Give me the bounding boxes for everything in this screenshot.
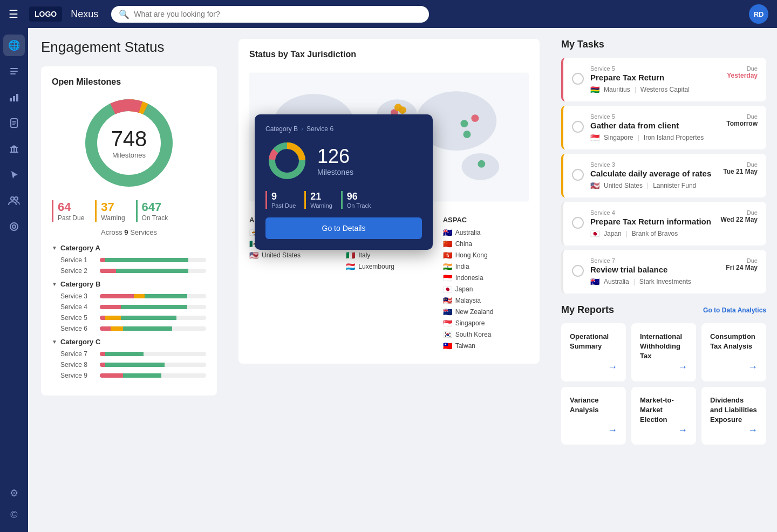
service-row[interactable]: Service 1 — [52, 256, 206, 264]
app-name: Nexus — [71, 9, 98, 20]
popup-breadcrumb: Category B › Service 6 — [265, 125, 422, 133]
task-body-4: Service 4 Prepare Tax Return information… — [590, 209, 714, 238]
report-card-consumption[interactable]: Consumption Tax Analysis → — [701, 323, 766, 381]
popup-stat-warning: 21 Warning — [304, 191, 332, 209]
category-a: ▼ Catergory A Service 1 Service 2 — [52, 244, 206, 275]
task-checkbox-1[interactable] — [572, 73, 584, 85]
left-panel: Engagement Status Open Milestones — [28, 28, 228, 532]
country-item[interactable]: 🇸🇬 Singapore — [443, 319, 529, 328]
task-card-1: Service 5 Prepare Tax Return 🇲🇺 Mauritiu… — [561, 58, 766, 101]
task-fund: Westeros Capital — [640, 86, 690, 93]
svg-point-33 — [460, 120, 468, 127]
report-card-market[interactable]: Market-to-Market Election → — [631, 387, 696, 445]
sidebar-item-bank[interactable] — [3, 138, 25, 160]
country-item[interactable]: 🇰🇷 South Korea — [443, 330, 529, 339]
report-card-variance[interactable]: Variance Analysis → — [561, 387, 626, 445]
sidebar-item-tasks[interactable] — [3, 60, 25, 82]
sidebar-item-target[interactable] — [3, 216, 25, 237]
sidebar-item-copyright[interactable]: © — [3, 504, 25, 526]
go-to-analytics-link[interactable]: Go to Data Analytics — [703, 306, 766, 314]
sidebar-item-people[interactable] — [3, 190, 25, 212]
country-item[interactable]: 🇯🇵 Japan — [443, 285, 529, 294]
report-name: Consumption Tax Analysis — [710, 332, 758, 351]
popup-category: Category B — [265, 125, 298, 133]
service-row[interactable]: Service 9 — [52, 372, 206, 379]
service-row[interactable]: Service 4 — [52, 303, 206, 311]
sidebar-item-chart[interactable] — [3, 86, 25, 108]
country-item[interactable]: 🇺🇸 United States — [249, 251, 335, 260]
sidebar-item-globe[interactable]: 🌐 — [3, 35, 25, 56]
service-label: Service 2 — [60, 267, 96, 275]
country-item[interactable]: 🇨🇳 China — [443, 240, 529, 248]
task-checkbox-4[interactable] — [572, 217, 584, 229]
svg-point-36 — [478, 160, 485, 168]
bar-track — [100, 258, 206, 262]
sidebar-bottom: ⚙ © — [3, 482, 25, 526]
search-input[interactable] — [134, 10, 421, 18]
country-item[interactable]: 🇮🇩 Indonesia — [443, 274, 529, 282]
category-a-header[interactable]: ▼ Catergory A — [52, 244, 206, 252]
task-checkbox-3[interactable] — [572, 169, 584, 181]
report-name: Market-to-Market Election — [640, 395, 687, 425]
report-card-operational[interactable]: Operational Summary → — [561, 323, 626, 381]
service-row[interactable]: Service 6 — [52, 325, 206, 332]
task-country: Singapore — [604, 134, 633, 141]
country-item[interactable]: 🇮🇳 India — [443, 262, 529, 271]
task-title: Prepare Tax Return — [590, 73, 720, 82]
service-row[interactable]: Service 5 — [52, 314, 206, 322]
content-area: Engagement Status Open Milestones — [28, 28, 777, 532]
sidebar-item-settings[interactable]: ⚙ — [3, 482, 25, 504]
country-item[interactable]: 🇱🇺 Luxembourg — [346, 262, 432, 271]
service-row[interactable]: Service 7 — [52, 350, 206, 358]
country-item[interactable]: 🇭🇰 Hong Kong — [443, 251, 529, 260]
logo-box: LOGO — [29, 6, 62, 22]
popup-donut-chart — [265, 139, 309, 182]
donut-area: 748 Milestones — [52, 94, 206, 192]
popup-warning-value: 21 — [310, 191, 332, 202]
report-name: Dividends and Liabilities Exposure — [710, 395, 758, 425]
donut-center: 748 Milestones — [111, 127, 147, 159]
sidebar-item-cursor[interactable] — [3, 164, 25, 186]
task-body-3: Service 3 Calculate daily average of rat… — [590, 161, 717, 190]
task-fund: Lannister Fund — [653, 182, 696, 189]
popup-ontrack-label: On Track — [347, 202, 371, 209]
hamburger-menu[interactable]: ☰ — [9, 8, 18, 21]
sidebar-item-docs[interactable] — [3, 112, 25, 134]
task-due-2: Due Tomorrow — [726, 113, 758, 127]
country-item[interactable]: 🇦🇺 Australia — [443, 228, 529, 237]
popup-content: 126 Milestones — [265, 139, 422, 182]
task-card-5: Service 7 Review trial balance 🇦🇺 Austra… — [561, 250, 766, 294]
service-row[interactable]: Service 2 — [52, 267, 206, 275]
task-due-value: Tue 21 May — [723, 168, 758, 175]
svg-rect-0 — [10, 68, 18, 69]
go-to-details-button[interactable]: Go to Details — [265, 217, 422, 239]
service-row[interactable]: Service 3 — [52, 292, 206, 300]
category-c-header[interactable]: ▼ Catergory C — [52, 338, 206, 346]
report-card-withholding[interactable]: International Withholding Tax → — [631, 323, 696, 381]
task-checkbox-5[interactable] — [572, 265, 584, 277]
task-due-4: Due Wed 22 May — [721, 209, 758, 223]
region-aspac-title: ASPAC — [443, 216, 529, 224]
task-card-4: Service 4 Prepare Tax Return information… — [561, 202, 766, 245]
service-row[interactable]: Service 8 — [52, 361, 206, 369]
user-avatar[interactable]: RD — [749, 4, 768, 24]
task-meta: 🇯🇵 Japan | Brank of Bravos — [590, 229, 714, 238]
my-reports-header: My Reports Go to Data Analytics — [561, 304, 766, 316]
service-label: Service 1 — [60, 256, 96, 264]
popup-number: 126 — [317, 145, 353, 168]
task-due-5: Due Fri 24 May — [726, 257, 758, 271]
task-title: Calculate daily average of rates — [590, 169, 717, 178]
right-panel: My Tasks Service 5 Prepare Tax Return 🇲🇺… — [550, 28, 777, 532]
svg-rect-10 — [11, 148, 12, 152]
category-c-label: Catergory C — [60, 338, 100, 346]
country-item[interactable]: 🇳🇿 New Zealand — [443, 308, 529, 316]
task-checkbox-2[interactable] — [572, 121, 584, 133]
category-b-header[interactable]: ▼ Catergory B — [52, 280, 206, 288]
report-card-dividends[interactable]: Dividends and Liabilities Exposure → — [701, 387, 766, 445]
chevron-down-icon: ▼ — [52, 339, 57, 345]
country-item[interactable]: 🇮🇹 Italy — [346, 251, 432, 260]
country-item[interactable]: 🇹🇼 Taiwan — [443, 342, 529, 350]
region-aspac: ASPAC 🇦🇺 Australia 🇨🇳 China 🇭🇰 Hong Kong… — [443, 216, 529, 353]
svg-point-14 — [11, 197, 14, 200]
country-item[interactable]: 🇲🇾 Malaysia — [443, 296, 529, 305]
